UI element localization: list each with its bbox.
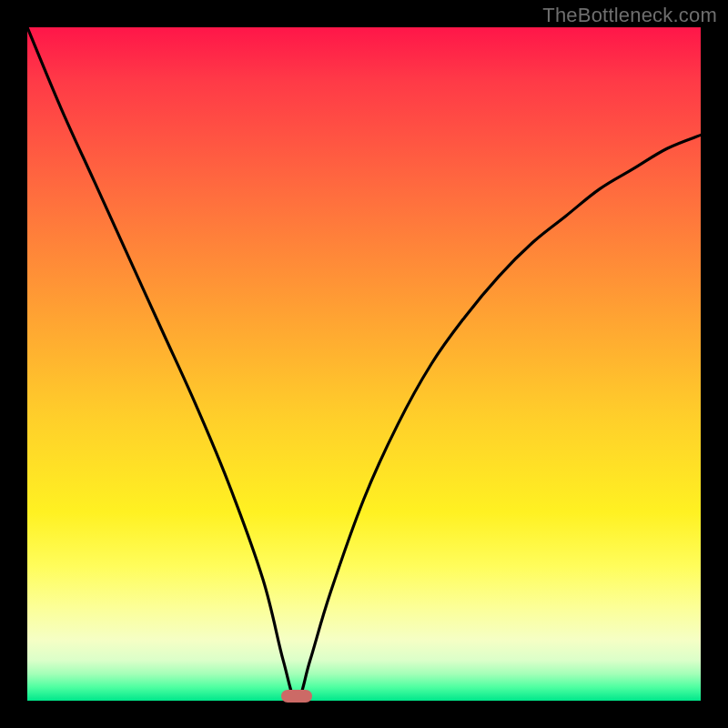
plot-area <box>27 27 701 701</box>
bottleneck-curve <box>27 27 701 701</box>
optimum-marker <box>281 690 312 703</box>
watermark-text: TheBottleneck.com <box>542 4 717 27</box>
chart-frame: TheBottleneck.com <box>0 0 728 728</box>
